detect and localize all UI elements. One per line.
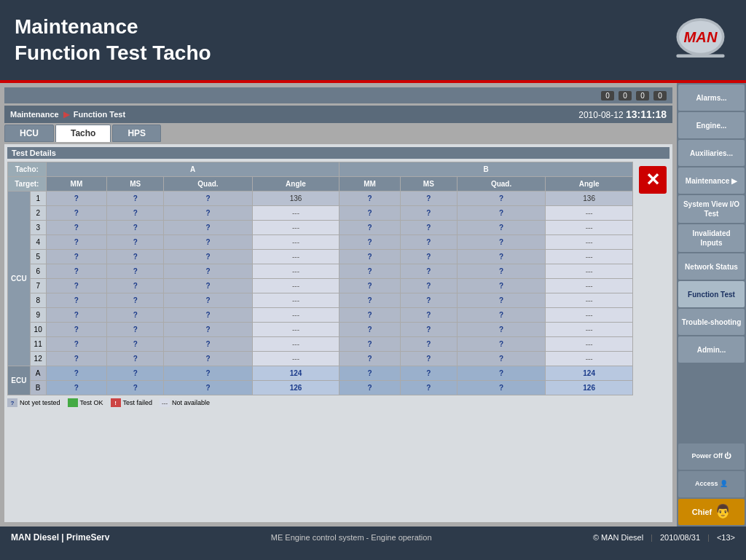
- table-row: B???126???126: [8, 381, 633, 395]
- sidebar-btn-engine[interactable]: Engine...: [678, 112, 745, 138]
- close-button[interactable]: ✕: [639, 166, 667, 194]
- footer-info: © MAN Diesel | 2010/08/31 | <13>: [593, 533, 735, 542]
- svg-text:MAN: MAN: [684, 29, 718, 45]
- table-row: 8???---???---: [8, 293, 633, 308]
- sidebar-btn-chief[interactable]: Chief 👨: [678, 499, 745, 525]
- sidebar-btn-troubleshooting[interactable]: Trouble-shooting: [678, 309, 745, 335]
- footer-brand: MAN Diesel | PrimeServ: [11, 532, 109, 543]
- table-row: ECUA???124???124: [8, 366, 633, 381]
- table-row: 6???---???---: [8, 264, 633, 279]
- status-badge-0: 0: [601, 91, 614, 100]
- sidebar-btn-access[interactable]: Access 👤: [678, 471, 745, 497]
- man-logo-svg: MAN: [673, 18, 728, 58]
- status-badge-3: 0: [653, 91, 667, 100]
- table-row: 2???---???---: [8, 206, 633, 221]
- top-status-bar: 0 0 0 0: [4, 87, 672, 103]
- legend-not-available: --- Not available: [160, 398, 210, 407]
- legend-test-ok: Test OK: [68, 398, 103, 407]
- footer-description: ME Engine control system - Engine operat…: [271, 533, 432, 542]
- tab-hps[interactable]: HPS: [112, 125, 161, 142]
- nav-bar: Maintenance ▶ Function Test 2010-08-12 1…: [4, 106, 672, 123]
- table-row: 9???---???---: [8, 308, 633, 323]
- table-row: 3???---???---: [8, 221, 633, 235]
- datetime-display: 2010-08-12 13:11:18: [578, 109, 667, 120]
- legend-test-failed: ! Test failed: [111, 398, 153, 407]
- table-row: 12???---???---: [8, 352, 633, 366]
- right-sidebar: Alarms... Engine... Auxiliaries... Maint…: [677, 83, 746, 527]
- main-content: 0 0 0 0 Maintenance ▶ Function Test 2010…: [0, 83, 746, 527]
- breadcrumb: Maintenance ▶ Function Test: [10, 110, 125, 119]
- legend: ? Not yet tested Test OK ! Test failed -…: [7, 398, 670, 407]
- sidebar-btn-system-view[interactable]: System View I/O Test: [678, 195, 745, 223]
- page-header: Maintenance Function Test Tacho MAN: [0, 0, 746, 80]
- page-title: Maintenance Function Test Tacho: [15, 14, 211, 67]
- footer: MAN Diesel | PrimeServ ME Engine control…: [0, 527, 746, 548]
- sidebar-btn-admin[interactable]: Admin...: [678, 336, 745, 363]
- status-badge-1: 0: [619, 91, 632, 100]
- test-data-table: Tacho: A B Target: MM MS Quad. Angle MM …: [7, 162, 633, 395]
- test-details-panel: Test Details ✕ Tacho: A B Target: MM MS …: [4, 144, 672, 522]
- sidebar-btn-network-status[interactable]: Network Status: [678, 253, 745, 280]
- table-target-header: Target: MM MS Quad. Angle MM MS Quad. An…: [8, 177, 633, 192]
- footer-page: <13>: [717, 533, 735, 542]
- test-details-title: Test Details: [7, 147, 670, 159]
- sidebar-btn-auxiliaries[interactable]: Auxiliaries...: [678, 140, 745, 166]
- sidebar-btn-alarms[interactable]: Alarms...: [678, 84, 745, 111]
- chief-person-icon: 👨: [715, 503, 731, 520]
- tab-bar: HCU Tacho HPS: [4, 125, 672, 142]
- table-row: 7???---???---: [8, 279, 633, 293]
- status-badge-2: 0: [636, 91, 649, 100]
- table-row: CCU1???136???136: [8, 192, 633, 206]
- sidebar-btn-invalidated-inputs[interactable]: Invalidated Inputs: [678, 224, 745, 252]
- table-row: 10???---???---: [8, 323, 633, 337]
- sidebar-btn-power-off[interactable]: Power Off ⏻: [678, 443, 745, 470]
- footer-date: 2010/08/31: [660, 533, 700, 542]
- ecu-table-body: ECUA???124???124B???126???126: [8, 366, 633, 395]
- man-logo: MAN: [673, 18, 731, 62]
- table-tacho-header: Tacho: A B: [8, 162, 633, 177]
- center-panel: 0 0 0 0 Maintenance ▶ Function Test 2010…: [0, 83, 677, 527]
- sidebar-btn-maintenance[interactable]: Maintenance ▶: [678, 167, 745, 194]
- table-row: 5???---???---: [8, 250, 633, 264]
- footer-copyright: © MAN Diesel: [593, 533, 643, 542]
- sidebar-btn-function-test[interactable]: Function Test: [678, 281, 745, 307]
- svg-rect-3: [677, 55, 725, 58]
- tab-tacho[interactable]: Tacho: [55, 125, 111, 142]
- ccu-table-body: CCU1???136???1362???---???---3???---???-…: [8, 192, 633, 366]
- table-row: 11???---???---: [8, 337, 633, 352]
- table-row: 4???---???---: [8, 235, 633, 250]
- legend-not-tested: ? Not yet tested: [7, 398, 60, 407]
- tab-hcu[interactable]: HCU: [4, 125, 54, 142]
